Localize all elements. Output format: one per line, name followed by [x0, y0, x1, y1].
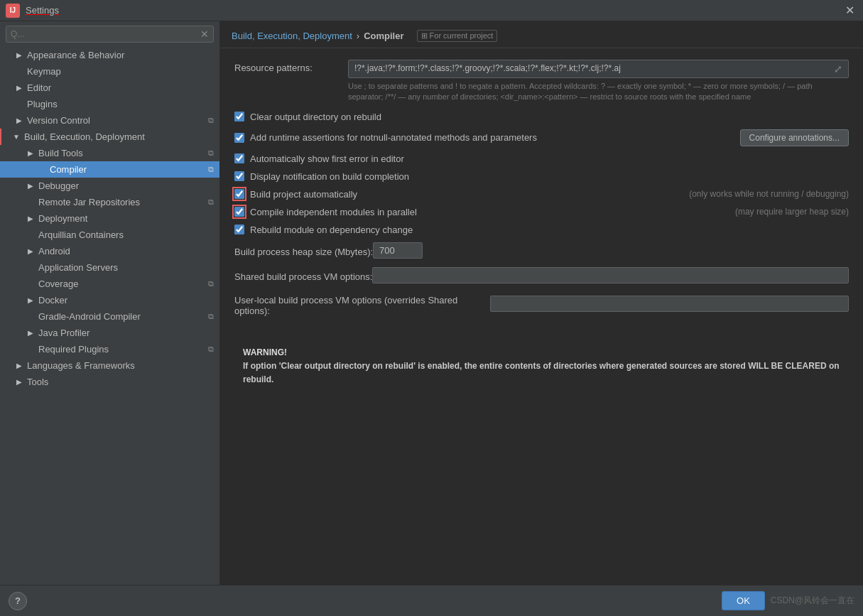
- resource-patterns-label: Resource patterns:: [234, 60, 348, 73]
- sidebar-item-label: Appearance & Behavior: [27, 50, 124, 60]
- sidebar-item-debugger[interactable]: ▶ Debugger: [0, 178, 219, 194]
- watermark-text: CSDN@风铃会一直在: [771, 595, 854, 607]
- heap-size-row: Build process heap size (Mbytes):: [234, 242, 849, 259]
- main-layout: ✕ ▶ Appearance & Behavior ▶ Keymap ▶ Edi…: [0, 21, 863, 585]
- sidebar-item-label: Gradle-Android Compiler: [38, 311, 141, 322]
- sidebar-item-label: Android: [38, 246, 70, 256]
- sidebar-item-plugins[interactable]: ▶ Plugins: [0, 96, 219, 112]
- user-local-vm-label: User-local build process VM options (ove…: [234, 292, 490, 316]
- sidebar-item-label: Required Plugins: [38, 344, 109, 355]
- title-bar: IJ Settings ✕: [0, 0, 863, 21]
- arrow-right-icon: ▶: [14, 83, 24, 93]
- search-clear-icon[interactable]: ✕: [200, 28, 209, 40]
- sidebar-item-version-control[interactable]: ▶ Version Control ⧉: [0, 112, 219, 129]
- arrow-right-icon: ▶: [26, 296, 36, 306]
- sidebar-item-docker[interactable]: ▶ Docker: [0, 292, 219, 308]
- sidebar-item-label: Keymap: [27, 66, 61, 77]
- checkbox-notification-input[interactable]: [234, 171, 244, 181]
- ok-button[interactable]: OK: [722, 591, 765, 610]
- sidebar-item-arquillian[interactable]: ▶ Arquillian Containers: [0, 227, 219, 243]
- sidebar-item-gradle-android[interactable]: ▶ Gradle-Android Compiler ⧉: [0, 308, 219, 325]
- configure-annotations-button[interactable]: Configure annotations...: [740, 129, 849, 146]
- bottom-bar: ? OK CSDN@风铃会一直在: [0, 585, 863, 616]
- copy-icon: ⧉: [208, 279, 214, 288]
- arrow-down-icon: ▼: [11, 132, 21, 142]
- shared-vm-input[interactable]: [372, 267, 849, 283]
- sidebar-item-android[interactable]: ▶ Android: [0, 243, 219, 259]
- sidebar-item-label: Remote Jar Repositories: [38, 197, 140, 207]
- copy-icon: ⧉: [208, 148, 214, 158]
- copy-icon: ⧉: [208, 312, 214, 321]
- search-input[interactable]: [11, 29, 200, 39]
- heap-size-input[interactable]: [373, 242, 423, 259]
- warning-title: WARNING!: [243, 346, 840, 360]
- checkbox-build-auto-label: Build project automatically: [250, 189, 675, 200]
- build-auto-note: (only works while not running / debuggin…: [689, 189, 849, 199]
- sidebar-item-label: Debugger: [38, 180, 79, 191]
- sidebar-item-appearance[interactable]: ▶ Appearance & Behavior: [0, 47, 219, 63]
- checkbox-show-error-label: Automatically show first error in editor: [250, 153, 849, 164]
- copy-icon: ⧉: [208, 345, 214, 354]
- sidebar-item-coverage[interactable]: ▶ Coverage ⧉: [0, 276, 219, 292]
- user-local-vm-input[interactable]: [490, 296, 849, 312]
- checkbox-runtime-label: Add runtime assertions for notnull-annot…: [250, 132, 732, 143]
- arrow-right-icon: ▶: [14, 116, 24, 126]
- sidebar-item-label: Languages & Frameworks: [27, 360, 135, 371]
- sidebar-item-compiler[interactable]: ▶ Compiler ⧉: [0, 161, 219, 178]
- sidebar-item-java-profiler[interactable]: ▶ Java Profiler: [0, 325, 219, 341]
- sidebar-item-app-servers[interactable]: ▶ Application Servers: [0, 259, 219, 276]
- expand-icon[interactable]: ⤢: [834, 63, 842, 75]
- sidebar-item-label: Build Tools: [38, 148, 83, 158]
- arrow-right-icon: ▶: [26, 214, 36, 224]
- content-panel: Build, Execution, Deployment › Compiler …: [220, 21, 863, 585]
- checkbox-build-auto-input[interactable]: [234, 189, 244, 199]
- sidebar-item-languages[interactable]: ▶ Languages & Frameworks: [0, 357, 219, 374]
- help-button[interactable]: ?: [9, 592, 27, 610]
- close-button[interactable]: ✕: [842, 4, 857, 17]
- sidebar-item-editor[interactable]: ▶ Editor: [0, 80, 219, 96]
- resource-patterns-value: !?*.java;!?*.form;!?*.class;!?*.groovy;!…: [354, 63, 830, 73]
- checkbox-compile-parallel[interactable]: Compile independent modules in parallel …: [234, 207, 849, 217]
- sidebar-item-remote-jar[interactable]: ▶ Remote Jar Repositories ⧉: [0, 194, 219, 210]
- heap-size-label: Build process heap size (Mbytes):: [234, 244, 373, 257]
- sidebar-item-tools[interactable]: ▶ Tools: [0, 374, 219, 390]
- arrow-right-icon: ▶: [26, 328, 36, 338]
- arrow-right-icon: ▶: [26, 247, 36, 256]
- checkbox-show-error-input[interactable]: [234, 153, 244, 163]
- checkbox-rebuild-input[interactable]: [234, 225, 244, 234]
- compile-note: (may require larger heap size): [735, 207, 849, 217]
- checkbox-rebuild-label: Rebuild module on dependency change: [250, 225, 849, 235]
- sidebar-item-required-plugins[interactable]: ▶ Required Plugins ⧉: [0, 341, 219, 357]
- sidebar-item-deployment[interactable]: ▶ Deployment: [0, 210, 219, 227]
- breadcrumb-parent[interactable]: Build, Execution, Deployment: [232, 31, 352, 41]
- checkbox-notification[interactable]: Display notification on build completion: [234, 171, 849, 182]
- checkbox-rebuild-dependency[interactable]: Rebuild module on dependency change: [234, 225, 849, 235]
- checkbox-build-auto[interactable]: Build project automatically (only works …: [234, 189, 849, 200]
- checkbox-clear-output-input[interactable]: [234, 112, 244, 121]
- content-body: Resource patterns: !?*.java;!?*.form;!?*…: [220, 48, 863, 585]
- shared-vm-label: Shared build process VM options:: [234, 269, 372, 282]
- checkbox-show-error[interactable]: Automatically show first error in editor: [234, 153, 849, 164]
- sidebar-item-label: Plugins: [27, 99, 58, 109]
- arrow-right-icon: ▶: [26, 148, 36, 158]
- copy-icon: ⧉: [208, 116, 214, 125]
- checkbox-clear-output[interactable]: Clear output directory on rebuild: [234, 112, 849, 122]
- checkbox-clear-output-label: Clear output directory on rebuild: [250, 112, 849, 122]
- search-bar[interactable]: ✕: [6, 26, 214, 43]
- sidebar-item-build-tools[interactable]: ▶ Build Tools ⧉: [0, 145, 219, 161]
- resource-patterns-box[interactable]: !?*.java;!?*.form;!?*.class;!?*.groovy;!…: [348, 60, 849, 78]
- sidebar-item-label: Coverage: [38, 279, 78, 289]
- sidebar-item-keymap[interactable]: ▶ Keymap: [0, 63, 219, 80]
- resource-patterns-row: Resource patterns: !?*.java;!?*.form;!?*…: [234, 60, 849, 103]
- breadcrumb-current: Compiler: [364, 31, 403, 41]
- breadcrumb: Build, Execution, Deployment › Compiler …: [220, 21, 863, 48]
- checkbox-runtime-input[interactable]: [234, 133, 244, 143]
- checkbox-notification-label: Display notification on build completion: [250, 171, 849, 182]
- sidebar: ✕ ▶ Appearance & Behavior ▶ Keymap ▶ Edi…: [0, 21, 220, 585]
- sidebar-item-label: Tools: [27, 377, 48, 387]
- checkbox-runtime-assertions[interactable]: Add runtime assertions for notnull-annot…: [234, 129, 849, 146]
- arrow-right-icon: ▶: [14, 50, 24, 60]
- checkbox-compile-label: Compile independent modules in parallel: [250, 207, 721, 217]
- sidebar-item-build-execution[interactable]: ▼ Build, Execution, Deployment: [0, 129, 219, 145]
- checkbox-compile-input[interactable]: [234, 207, 244, 217]
